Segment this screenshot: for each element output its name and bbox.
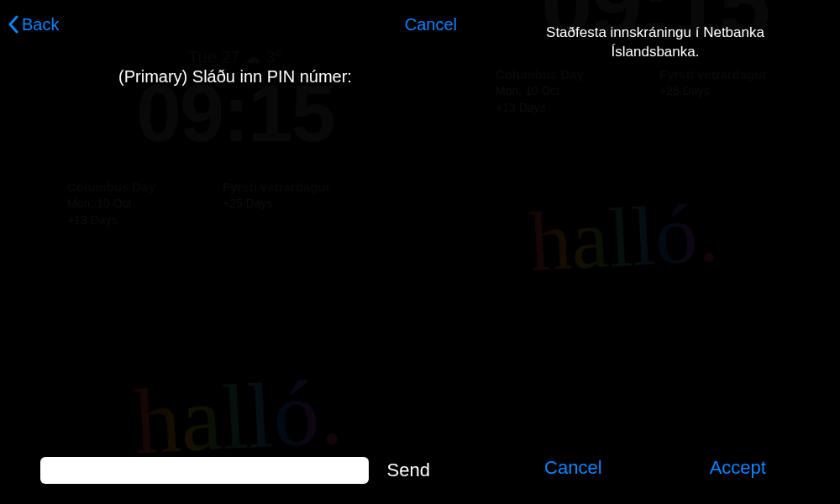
cancel-button[interactable]: Cancel (536, 452, 610, 484)
dialog-nav: Back Cancel (0, 0, 470, 40)
accept-button[interactable]: Accept (701, 452, 774, 484)
back-button[interactable]: Back (7, 14, 59, 34)
right-phone: 09:15 Columbus Day Mon, 10 Oct +13 Days … (470, 0, 840, 504)
confirm-actions: Cancel Accept (470, 452, 840, 491)
pin-input-row: Send (40, 457, 430, 484)
send-button[interactable]: Send (387, 459, 430, 481)
confirm-dialog: Staðfesta innskráningu í Netbanka Ísland… (470, 0, 840, 504)
back-label: Back (22, 15, 59, 34)
cancel-button[interactable]: Cancel (405, 15, 457, 34)
chevron-left-icon (7, 14, 20, 34)
cancel-label: Cancel (405, 15, 457, 34)
confirm-message: Staðfesta innskráningu í Netbanka Ísland… (470, 24, 840, 62)
pin-dialog: Back Cancel (Primary) Sláðu inn PIN núme… (0, 0, 470, 504)
pin-prompt-title: (Primary) Sláðu inn PIN númer: (0, 67, 470, 87)
left-phone: Tue 27 ☁ 3° 09:15 Columbus Day Mon, 10 O… (0, 0, 470, 504)
pin-input[interactable] (40, 457, 369, 484)
